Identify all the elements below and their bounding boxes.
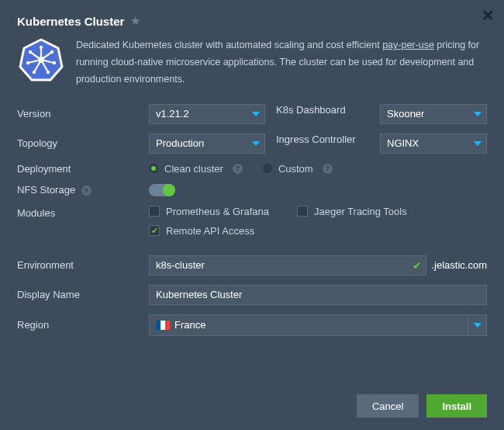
k8s-dashboard-select[interactable]: Skooner bbox=[380, 104, 487, 124]
toggle-knob bbox=[163, 184, 175, 196]
chevron-down-icon bbox=[474, 112, 482, 116]
svg-marker-16 bbox=[252, 112, 260, 116]
svg-point-13 bbox=[33, 71, 36, 74]
help-icon[interactable]: ? bbox=[81, 186, 91, 196]
label-ingress: Ingress Controller bbox=[276, 134, 369, 154]
row-modules: Modules Prometheus & Grafana Jaeger Trac… bbox=[17, 206, 487, 237]
svg-point-9 bbox=[40, 46, 43, 49]
row-environment: Environment ✔ .jelastic.com bbox=[17, 255, 487, 276]
form-body: Version v1.21.2 K8s Dashboard Skooner To… bbox=[17, 104, 487, 383]
kubernetes-logo-icon bbox=[17, 37, 65, 88]
label-modules: Modules bbox=[17, 206, 141, 219]
checkbox-jaeger-label: Jaeger Tracing Tools bbox=[314, 206, 407, 217]
checkbox-icon bbox=[149, 225, 160, 236]
svg-rect-22 bbox=[165, 321, 170, 330]
intro-section: Dedicated Kubernetes cluster with automa… bbox=[17, 37, 487, 88]
radio-dot-icon bbox=[149, 164, 158, 173]
checkbox-remote-api-label: Remote API Access bbox=[166, 225, 254, 237]
radio-clean-cluster[interactable]: Clean cluster ? bbox=[149, 163, 243, 175]
svg-rect-21 bbox=[161, 321, 165, 330]
dialog-footer: Cancel Install bbox=[17, 383, 487, 418]
row-deployment: Deployment Clean cluster ? Custom ? bbox=[17, 163, 487, 175]
dialog-header: Kubernetes Cluster ★ bbox=[17, 14, 487, 28]
topology-select[interactable]: Production bbox=[149, 134, 265, 154]
checkbox-prometheus[interactable]: Prometheus & Grafana bbox=[149, 206, 269, 217]
radio-custom-label: Custom bbox=[278, 163, 313, 175]
svg-point-14 bbox=[26, 61, 29, 64]
svg-marker-18 bbox=[252, 141, 260, 146]
chevron-down-icon bbox=[252, 141, 260, 146]
radio-clean-label: Clean cluster bbox=[164, 163, 223, 175]
version-value: v1.21.2 bbox=[156, 108, 189, 120]
label-version: Version bbox=[17, 108, 141, 120]
nfs-storage-toggle[interactable] bbox=[149, 184, 175, 196]
checkmark-icon: ✔ bbox=[413, 259, 422, 272]
environment-domain: .jelastic.com bbox=[426, 259, 487, 271]
ingress-select[interactable]: NGINX bbox=[380, 134, 487, 154]
flag-france-icon bbox=[156, 321, 170, 330]
svg-marker-23 bbox=[474, 323, 482, 328]
cancel-button[interactable]: Cancel bbox=[357, 394, 419, 418]
svg-rect-20 bbox=[156, 321, 161, 330]
svg-point-15 bbox=[29, 50, 32, 54]
row-version: Version v1.21.2 K8s Dashboard Skooner bbox=[17, 104, 487, 124]
dialog-description: Dedicated Kubernetes cluster with automa… bbox=[76, 37, 487, 88]
svg-marker-17 bbox=[474, 112, 482, 116]
description-text-1: Dedicated Kubernetes cluster with automa… bbox=[76, 40, 382, 50]
close-icon[interactable]: ✕ bbox=[482, 6, 495, 25]
help-icon[interactable]: ? bbox=[323, 164, 333, 174]
nfs-label-text: NFS Storage bbox=[17, 184, 75, 196]
ingress-value: NGINX bbox=[387, 137, 419, 149]
environment-input[interactable] bbox=[149, 255, 426, 276]
region-select[interactable]: France bbox=[149, 314, 487, 336]
label-region: Region bbox=[17, 319, 141, 331]
topology-value: Production bbox=[156, 137, 204, 149]
checkbox-icon bbox=[297, 206, 308, 217]
pay-per-use-link[interactable]: pay-per-use bbox=[382, 40, 434, 50]
chevron-down-icon bbox=[474, 141, 482, 146]
checkbox-prometheus-label: Prometheus & Grafana bbox=[166, 206, 269, 217]
label-nfs-storage: NFS Storage ? bbox=[17, 184, 141, 196]
label-k8s-dashboard: K8s Dashboard bbox=[276, 104, 369, 124]
label-display-name: Display Name bbox=[17, 289, 141, 300]
checkbox-remote-api[interactable]: Remote API Access bbox=[149, 225, 254, 237]
radio-custom[interactable]: Custom ? bbox=[263, 163, 333, 175]
svg-point-11 bbox=[53, 61, 56, 64]
row-nfs-storage: NFS Storage ? bbox=[17, 184, 487, 196]
label-topology: Topology bbox=[17, 137, 141, 149]
install-dialog: ✕ Kubernetes Cluster ★ bbox=[0, 0, 504, 430]
radio-dot-icon bbox=[263, 164, 272, 173]
help-icon[interactable]: ? bbox=[233, 164, 243, 174]
row-display-name: Display Name bbox=[17, 285, 487, 305]
display-name-input[interactable] bbox=[149, 285, 487, 305]
svg-point-12 bbox=[47, 71, 50, 74]
label-environment: Environment bbox=[17, 259, 141, 271]
chevron-down-icon bbox=[468, 315, 486, 335]
version-select[interactable]: v1.21.2 bbox=[149, 104, 265, 124]
chevron-down-icon bbox=[252, 112, 260, 116]
dialog-title: Kubernetes Cluster bbox=[17, 15, 124, 28]
k8s-dashboard-value: Skooner bbox=[387, 108, 424, 120]
svg-point-10 bbox=[50, 50, 54, 54]
region-value: France bbox=[174, 319, 205, 331]
checkbox-jaeger[interactable]: Jaeger Tracing Tools bbox=[297, 206, 407, 217]
install-button[interactable]: Install bbox=[426, 394, 487, 418]
row-topology: Topology Production Ingress Controller N… bbox=[17, 134, 487, 154]
row-region: Region France bbox=[17, 314, 487, 336]
favorite-star-icon[interactable]: ★ bbox=[130, 14, 140, 28]
checkbox-icon bbox=[149, 206, 160, 217]
label-deployment: Deployment bbox=[17, 163, 141, 175]
svg-marker-19 bbox=[474, 141, 482, 146]
